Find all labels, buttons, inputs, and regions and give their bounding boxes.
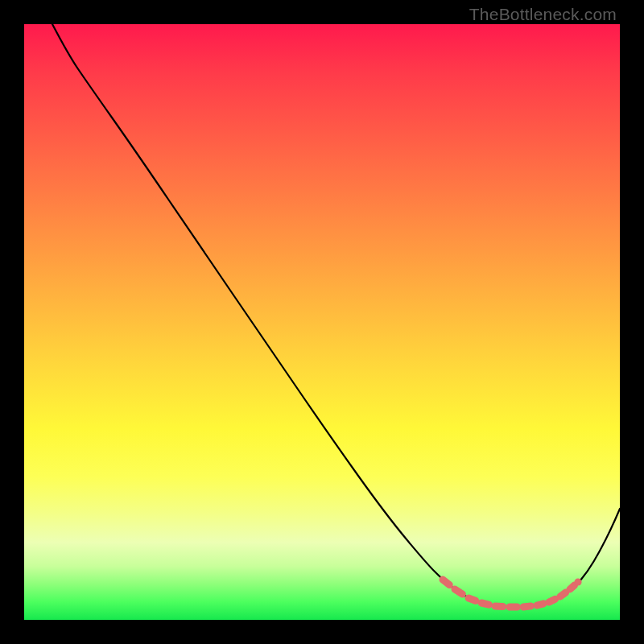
dash-segment [523, 606, 530, 607]
dash-segment [455, 589, 462, 594]
bottleneck-curve [52, 24, 620, 607]
dash-segment [469, 598, 476, 601]
dash-segment [570, 585, 575, 589]
dash-segment [537, 604, 543, 605]
dash-segment [495, 606, 503, 607]
chart-svg [24, 24, 620, 620]
dash-segment [481, 603, 489, 605]
dash-segment [443, 580, 449, 585]
dash-segment [560, 592, 566, 597]
chart-frame [24, 24, 620, 620]
valley-dash-overlay [443, 580, 578, 607]
watermark-text: TheBottleneck.com [469, 5, 617, 24]
dash-segment [549, 599, 555, 602]
